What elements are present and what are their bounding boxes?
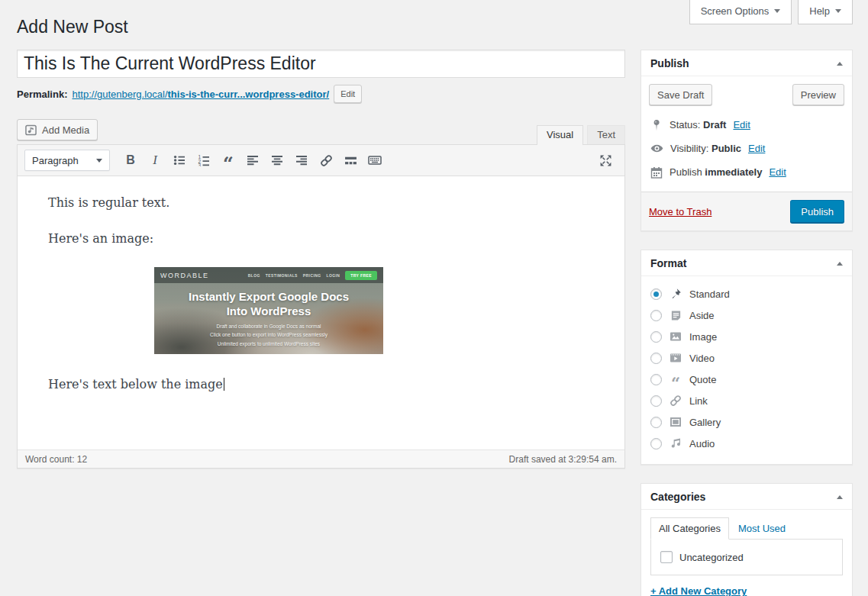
publish-box: Publish Save Draft Preview Status: Draft… (641, 50, 853, 231)
publish-button[interactable]: Publish (790, 200, 844, 223)
visibility-eye-icon (650, 142, 663, 155)
categories-box-header[interactable]: Categories (641, 484, 852, 510)
status-row: Status: Draft Edit (649, 113, 844, 137)
fullscreen-button[interactable] (595, 150, 615, 170)
radio-button[interactable] (650, 331, 662, 343)
add-new-category-link[interactable]: + Add New Category (650, 585, 747, 596)
checkbox[interactable] (660, 551, 673, 563)
chevron-down-icon (774, 9, 780, 13)
radio-button[interactable] (650, 310, 662, 321)
editor: Add Media Visual Text Paragraph B I (17, 119, 625, 469)
format-option-aside[interactable]: Aside (650, 304, 843, 326)
edit-schedule-link[interactable]: Edit (769, 166, 786, 178)
publish-minor-actions: Save Draft Preview (649, 84, 844, 105)
publish-box-body: Save Draft Preview Status: Draft Edit (641, 76, 852, 192)
screen-options-button[interactable]: Screen Options (689, 0, 792, 24)
bulleted-list-button[interactable] (169, 150, 189, 170)
format-option-standard[interactable]: Standard (650, 283, 843, 304)
quote-icon: “ (669, 373, 682, 386)
bulleted-list-icon (173, 154, 186, 166)
help-label: Help (809, 5, 830, 17)
format-option-label: Audio (689, 438, 715, 449)
format-option-link[interactable]: Link (650, 390, 843, 411)
schedule-value: immediately (705, 166, 762, 178)
image-nav-item: PRICING (303, 273, 321, 278)
align-right-button[interactable] (292, 150, 311, 170)
align-left-button[interactable] (243, 150, 263, 170)
read-more-button[interactable] (340, 150, 360, 170)
align-center-button[interactable] (267, 150, 287, 170)
image-nav-item: BLOG (248, 273, 260, 278)
numbered-list-button[interactable]: 1 2 3 (194, 150, 214, 170)
radio-button[interactable] (650, 288, 662, 300)
collapse-toggle-icon[interactable] (837, 495, 843, 499)
format-box-body: Standard Aside Image (641, 276, 852, 464)
screen-options-label: Screen Options (701, 5, 770, 17)
format-option-video[interactable]: Video (650, 347, 843, 369)
categories-box: Categories All Categories Most Used Unca… (641, 483, 853, 596)
align-center-icon (271, 154, 283, 166)
align-left-icon (247, 154, 259, 166)
format-option-audio[interactable]: Audio (650, 433, 843, 454)
calendar-icon (650, 166, 663, 179)
permalink-url-slug: this-is-the-curr...wordpress-editor/ (168, 89, 330, 100)
radio-button[interactable] (650, 374, 662, 385)
edit-status-link[interactable]: Edit (733, 119, 750, 130)
radio-button[interactable] (650, 417, 662, 428)
pushpin-icon (669, 288, 682, 300)
link-icon (669, 395, 682, 407)
embedded-image-wordable-banner[interactable]: WORDABLE BLOG TESTIMONIALS PRICING LOGIN… (154, 267, 383, 354)
tab-text[interactable]: Text (587, 125, 625, 144)
read-more-icon (344, 154, 357, 167)
insert-link-button[interactable] (316, 150, 336, 170)
format-option-image[interactable]: Image (650, 326, 843, 347)
image-icon (669, 330, 682, 343)
permalink-link[interactable]: http://gutenberg.local/this-is-the-curr.… (72, 89, 329, 100)
post-title-input[interactable] (17, 50, 625, 78)
tab-visual[interactable]: Visual (537, 125, 583, 145)
add-media-button[interactable]: Add Media (17, 119, 98, 140)
sidebar-column: Publish Save Draft Preview Status: Draft… (641, 50, 853, 596)
publish-box-header[interactable]: Publish (641, 50, 852, 76)
status-text: Status: Draft (670, 119, 726, 130)
blockquote-button[interactable]: “ (218, 150, 238, 170)
collapse-toggle-icon[interactable] (837, 62, 843, 66)
publish-major-actions: Move to Trash Publish (641, 192, 852, 230)
permalink-edit-button[interactable]: Edit (334, 85, 362, 103)
edit-visibility-link[interactable]: Edit (748, 143, 765, 154)
editor-statusbar: Word count: 12 Draft saved at 3:29:54 am… (18, 449, 624, 468)
radio-button[interactable] (650, 353, 662, 364)
keyboard-toggle-icon (368, 153, 382, 167)
paragraph-style-dropdown[interactable]: Paragraph (24, 150, 110, 171)
category-item-uncategorized[interactable]: Uncategorized (660, 551, 833, 563)
preview-button[interactable]: Preview (792, 84, 844, 105)
content-paragraph: Here's an image: (48, 231, 594, 246)
radio-button[interactable] (650, 438, 662, 449)
format-box-title: Format (650, 257, 686, 269)
format-option-gallery[interactable]: Gallery (650, 411, 843, 433)
schedule-text: Publish immediately (670, 166, 762, 178)
page-title: Add New Post (17, 17, 128, 37)
toolbar-toggle-button[interactable] (365, 150, 385, 170)
editor-content-area[interactable]: This is regular text. Here's an image: W… (18, 176, 624, 449)
collapse-toggle-icon[interactable] (837, 262, 843, 266)
format-option-quote[interactable]: “ Quote (650, 369, 843, 390)
bold-button[interactable]: B (121, 150, 140, 170)
image-heading-line2: Into WordPress (154, 304, 383, 319)
status-label: Status: (670, 119, 700, 130)
tab-most-used[interactable]: Most Used (729, 518, 795, 539)
svg-text:3: 3 (198, 163, 201, 167)
tab-all-categories[interactable]: All Categories (650, 517, 729, 540)
move-to-trash-link[interactable]: Move to Trash (649, 206, 712, 217)
content-paragraph: This is regular text. (48, 195, 594, 210)
permalink-label: Permalink: (17, 89, 67, 100)
radio-button[interactable] (650, 395, 662, 407)
italic-button[interactable]: I (145, 150, 165, 170)
format-option-label: Image (689, 331, 717, 343)
format-box-header[interactable]: Format (641, 250, 852, 276)
gallery-icon (669, 416, 682, 428)
image-heading: Instantly Export Google Docs Into WordPr… (154, 290, 383, 319)
audio-icon (669, 437, 682, 449)
help-button[interactable]: Help (798, 0, 853, 24)
save-draft-button[interactable]: Save Draft (649, 84, 712, 105)
